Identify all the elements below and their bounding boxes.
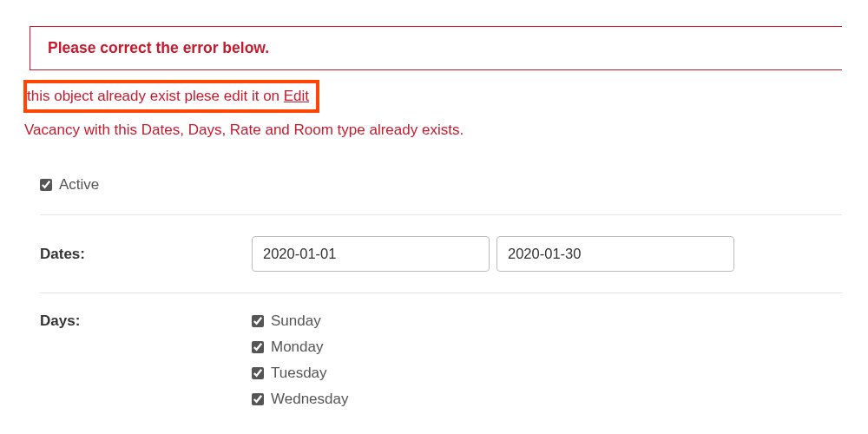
dates-row: Dates: <box>40 215 842 293</box>
inline-error-prefix: this object already exist plese edit it … <box>27 88 284 104</box>
days-list: Sunday Monday Tuesday Wednesday <box>252 312 348 408</box>
day-label: Tuesday <box>271 365 327 382</box>
day-checkbox-wednesday[interactable] <box>252 393 264 405</box>
date-end-input[interactable] <box>496 236 734 272</box>
day-checkbox-monday[interactable] <box>252 341 264 353</box>
days-label: Days: <box>40 312 252 330</box>
inline-error-highlight: this object already exist plese edit it … <box>23 80 319 113</box>
edit-link[interactable]: Edit <box>284 88 309 104</box>
date-start-input[interactable] <box>252 236 490 272</box>
active-row: Active <box>40 161 842 215</box>
day-label: Wednesday <box>271 391 348 408</box>
active-label-text: Active <box>59 176 99 194</box>
day-item[interactable]: Wednesday <box>252 391 348 408</box>
day-label: Monday <box>271 339 323 356</box>
day-item[interactable]: Monday <box>252 339 348 356</box>
day-checkbox-tuesday[interactable] <box>252 367 264 379</box>
validation-error: Vacancy with this Dates, Days, Rate and … <box>24 122 842 139</box>
dates-label: Dates: <box>40 246 252 263</box>
active-checkbox[interactable] <box>40 179 52 191</box>
day-item[interactable]: Tuesday <box>252 365 348 382</box>
day-label: Sunday <box>271 312 321 330</box>
error-banner-text: Please correct the error below. <box>48 39 269 56</box>
error-banner: Please correct the error below. <box>30 26 842 70</box>
day-checkbox-sunday[interactable] <box>252 315 264 327</box>
day-item[interactable]: Sunday <box>252 312 348 330</box>
active-check-label[interactable]: Active <box>40 176 99 194</box>
inline-error-text: this object already exist plese edit it … <box>27 88 309 104</box>
days-row: Days: Sunday Monday Tuesday Wednesday <box>40 293 842 424</box>
